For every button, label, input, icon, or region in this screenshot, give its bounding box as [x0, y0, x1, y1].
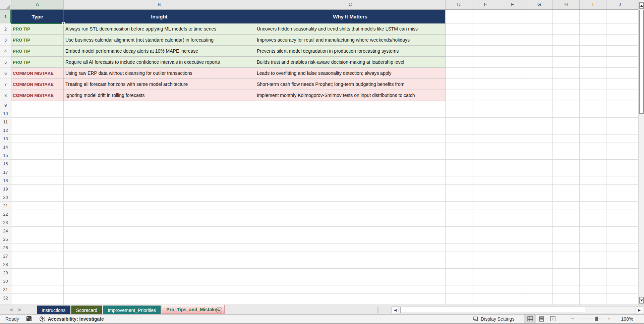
cell[interactable] — [472, 118, 499, 126]
cell[interactable] — [11, 218, 64, 227]
cell[interactable] — [472, 126, 499, 134]
row-header-12[interactable]: 12 — [0, 126, 11, 134]
cell[interactable] — [553, 90, 580, 101]
sheet-tab-Improvement_Priorities[interactable]: Improvement_Priorities — [103, 306, 161, 314]
cell[interactable] — [472, 294, 499, 302]
cell[interactable] — [11, 193, 64, 202]
cell[interactable] — [255, 202, 446, 210]
row-header-3[interactable]: 3 — [0, 35, 11, 46]
cell[interactable] — [499, 143, 526, 151]
cell[interactable] — [11, 126, 64, 134]
cell[interactable] — [633, 218, 638, 227]
cell[interactable] — [580, 218, 606, 227]
select-all-button[interactable] — [0, 0, 11, 9]
tab-scroll-right-icon[interactable]: ▶ — [18, 307, 21, 312]
cell[interactable] — [633, 46, 638, 57]
cell[interactable] — [606, 109, 633, 118]
row-header-10[interactable]: 10 — [0, 109, 11, 118]
row-header-21[interactable]: 21 — [0, 202, 11, 210]
type-cell[interactable]: PRO TIP — [11, 46, 64, 57]
cell[interactable] — [11, 285, 64, 294]
cell[interactable] — [606, 210, 633, 218]
cell[interactable] — [64, 151, 255, 160]
cell[interactable] — [606, 218, 633, 227]
cell[interactable] — [64, 227, 255, 235]
cell[interactable] — [446, 260, 472, 269]
cell[interactable] — [255, 143, 446, 151]
cell[interactable] — [606, 151, 633, 160]
cell[interactable] — [499, 126, 526, 134]
cell[interactable] — [446, 176, 472, 185]
cell[interactable] — [580, 269, 606, 277]
scroll-left-button[interactable]: ◀ — [392, 307, 399, 313]
cell[interactable] — [499, 193, 526, 202]
cell[interactable] — [64, 109, 255, 118]
cell[interactable] — [64, 143, 255, 151]
row-header-29[interactable]: 29 — [0, 269, 11, 277]
zoom-out-button[interactable]: − — [570, 316, 575, 322]
cell[interactable] — [11, 176, 64, 185]
column-header-J[interactable]: J — [606, 0, 633, 9]
why-cell[interactable]: Improves accuracy for retail and manufac… — [255, 35, 446, 46]
cell[interactable] — [633, 23, 638, 35]
cell[interactable] — [255, 244, 446, 252]
cell[interactable] — [633, 118, 638, 126]
insight-cell[interactable]: Always run STL decomposition before appl… — [64, 23, 255, 35]
cell[interactable] — [633, 90, 638, 101]
cell[interactable] — [499, 10, 526, 23]
cell[interactable] — [553, 101, 580, 109]
row-header-11[interactable]: 11 — [0, 118, 11, 126]
cell[interactable] — [11, 277, 64, 285]
cell[interactable] — [606, 302, 633, 305]
cell[interactable] — [606, 118, 633, 126]
cell[interactable] — [526, 118, 553, 126]
cell[interactable] — [64, 160, 255, 168]
cell[interactable] — [633, 168, 638, 176]
cell[interactable] — [499, 57, 526, 68]
cell[interactable] — [580, 151, 606, 160]
insight-cell[interactable]: Treating all forecast horizons with same… — [64, 79, 255, 90]
cell[interactable] — [606, 168, 633, 176]
cell[interactable] — [633, 193, 638, 202]
cell[interactable] — [446, 151, 472, 160]
cell[interactable] — [499, 109, 526, 118]
cell[interactable] — [553, 109, 580, 118]
why-cell[interactable]: Prevents silent model degradation in pro… — [255, 46, 446, 57]
cell[interactable] — [606, 269, 633, 277]
cell[interactable] — [64, 302, 255, 305]
cell[interactable] — [526, 252, 553, 260]
cell[interactable] — [11, 160, 64, 168]
add-sheet-button[interactable]: + — [216, 307, 222, 313]
cell[interactable] — [11, 227, 64, 235]
cell[interactable] — [606, 227, 633, 235]
cell[interactable] — [499, 218, 526, 227]
insight-cell[interactable]: Using raw ERP data without cleansing for… — [64, 68, 255, 79]
cell[interactable] — [472, 302, 499, 305]
row-header-8[interactable]: 8 — [0, 90, 11, 101]
cell[interactable] — [11, 235, 64, 244]
cell[interactable] — [255, 235, 446, 244]
cell[interactable] — [499, 118, 526, 126]
cell[interactable] — [553, 68, 580, 79]
cell[interactable] — [526, 68, 553, 79]
row-header-6[interactable]: 6 — [0, 68, 11, 79]
cell[interactable] — [446, 126, 472, 134]
cell[interactable] — [11, 101, 64, 109]
cell[interactable] — [526, 202, 553, 210]
cell[interactable] — [472, 244, 499, 252]
cell[interactable] — [11, 118, 64, 126]
cell[interactable] — [526, 46, 553, 57]
why-cell[interactable]: Short-term cash flow needs Prophet; long… — [255, 79, 446, 90]
cell[interactable] — [580, 260, 606, 269]
cell[interactable] — [64, 176, 255, 185]
cell[interactable] — [446, 168, 472, 176]
row-header-23[interactable]: 23 — [0, 218, 11, 227]
row-header-25[interactable]: 25 — [0, 235, 11, 244]
cell[interactable] — [472, 277, 499, 285]
cell[interactable] — [446, 294, 472, 302]
cell[interactable] — [499, 134, 526, 143]
type-cell[interactable]: COMMON MISTAKE — [11, 68, 64, 79]
cell[interactable] — [11, 109, 64, 118]
cell[interactable] — [526, 277, 553, 285]
cell[interactable] — [633, 269, 638, 277]
